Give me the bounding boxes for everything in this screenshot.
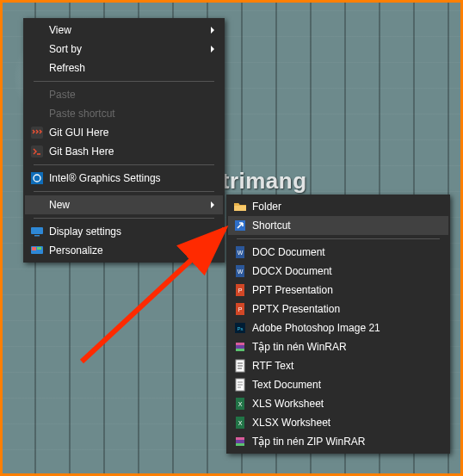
svg-rect-31 <box>236 443 244 446</box>
chevron-right-icon <box>209 43 216 55</box>
submenu-xls[interactable]: X XLS Worksheet <box>228 394 448 413</box>
separator <box>34 164 214 165</box>
personalize-icon <box>25 244 49 257</box>
submenu-rtf-label: RTF Text <box>252 360 429 372</box>
separator <box>34 81 214 82</box>
submenu-ppt[interactable]: P PPT Presentation <box>228 281 448 300</box>
menu-paste-shortcut: Paste shortcut <box>25 104 223 123</box>
submenu-txt[interactable]: Text Document <box>228 375 448 394</box>
separator <box>34 191 214 192</box>
submenu-rtf[interactable]: RTF Text <box>228 356 448 375</box>
winrar-icon <box>228 340 252 354</box>
menu-refresh-label: Refresh <box>49 62 204 74</box>
submenu-txt-label: Text Document <box>252 379 429 391</box>
svg-rect-21 <box>236 343 244 345</box>
svg-rect-8 <box>37 247 41 250</box>
svg-text:X: X <box>238 401 243 407</box>
svg-text:P: P <box>238 287 243 294</box>
chevron-right-icon <box>209 199 216 211</box>
svg-rect-22 <box>236 349 244 351</box>
submenu-rar[interactable]: Tập tin nén WinRAR <box>228 337 448 356</box>
svg-rect-2 <box>31 172 43 184</box>
submenu-folder-label: Folder <box>252 201 429 213</box>
submenu-docx-label: DOCX Document <box>252 265 429 277</box>
svg-text:P: P <box>238 306 243 312</box>
docx-icon: W <box>228 264 252 278</box>
submenu-doc[interactable]: W DOC Document <box>228 243 448 262</box>
intel-icon <box>25 171 49 185</box>
menu-paste-shortcut-label: Paste shortcut <box>49 108 204 120</box>
txt-icon <box>228 378 252 392</box>
menu-view-label: View <box>49 24 204 36</box>
submenu-docx[interactable]: W DOCX Document <box>228 262 448 281</box>
submenu-pptx-label: PPTX Presentation <box>252 303 429 315</box>
menu-new[interactable]: New <box>25 195 223 214</box>
submenu-folder[interactable]: Folder <box>228 197 448 216</box>
display-icon <box>25 225 49 238</box>
desktop-context-menu: View Sort by Refresh Paste Paste shortcu… <box>23 18 225 263</box>
svg-rect-5 <box>34 235 40 237</box>
submenu-ppt-label: PPT Presentation <box>252 284 429 296</box>
menu-display-settings[interactable]: Display settings <box>25 222 223 241</box>
menu-new-label: New <box>49 199 204 211</box>
svg-text:W: W <box>238 250 244 256</box>
menu-personalize-label: Personalize <box>49 244 204 257</box>
menu-paste: Paste <box>25 85 223 104</box>
chevron-right-icon <box>209 24 216 36</box>
submenu-xlsx[interactable]: X XLSX Worksheet <box>228 413 448 432</box>
svg-rect-1 <box>31 145 43 158</box>
svg-rect-4 <box>31 227 43 234</box>
menu-personalize[interactable]: Personalize <box>25 241 223 260</box>
submenu-zip[interactable]: Tập tin nén ZIP WinRAR <box>228 432 448 451</box>
svg-rect-7 <box>32 247 36 250</box>
folder-icon <box>228 200 252 213</box>
menu-git-gui[interactable]: Git GUI Here <box>25 123 223 142</box>
submenu-xlsx-label: XLSX Worksheet <box>252 417 429 429</box>
submenu-doc-label: DOC Document <box>252 246 429 258</box>
separator <box>34 218 214 219</box>
submenu-psd-label: Adobe Photoshop Image 21 <box>252 322 429 334</box>
menu-paste-label: Paste <box>49 89 204 101</box>
svg-rect-30 <box>236 437 244 440</box>
submenu-xls-label: XLS Worksheet <box>252 398 429 410</box>
menu-intel-graphics[interactable]: Intel® Graphics Settings <box>25 169 223 188</box>
submenu-zip-label: Tập tin nén ZIP WinRAR <box>252 436 429 448</box>
shortcut-icon <box>228 219 252 232</box>
svg-text:W: W <box>238 269 244 275</box>
zip-icon <box>228 435 252 448</box>
doc-icon: W <box>228 245 252 259</box>
xlsx-icon: X <box>228 416 252 430</box>
submenu-psd[interactable]: Ps Adobe Photoshop Image 21 <box>228 318 448 337</box>
new-submenu: Folder Shortcut W DOC Document W DOCX Do… <box>226 195 450 454</box>
menu-git-gui-label: Git GUI Here <box>49 127 204 139</box>
svg-text:Ps: Ps <box>237 326 243 331</box>
git-gui-icon <box>25 126 49 139</box>
xls-icon: X <box>228 397 252 411</box>
menu-view[interactable]: View <box>25 21 223 40</box>
git-bash-icon <box>25 145 49 158</box>
submenu-pptx[interactable]: P PPTX Presentation <box>228 300 448 318</box>
menu-intel-label: Intel® Graphics Settings <box>49 172 204 184</box>
menu-display-label: Display settings <box>49 226 204 238</box>
ppt-icon: P <box>228 283 252 297</box>
submenu-shortcut[interactable]: Shortcut <box>228 216 448 235</box>
menu-git-bash-label: Git Bash Here <box>49 145 204 158</box>
svg-text:X: X <box>238 420 243 426</box>
menu-refresh[interactable]: Refresh <box>25 59 223 77</box>
menu-sort-by[interactable]: Sort by <box>25 40 223 59</box>
submenu-shortcut-label: Shortcut <box>252 219 429 232</box>
separator <box>237 238 440 239</box>
menu-sort-label: Sort by <box>49 43 204 55</box>
pptx-icon: P <box>228 302 252 316</box>
menu-git-bash[interactable]: Git Bash Here <box>25 142 223 161</box>
rtf-icon <box>228 359 252 373</box>
submenu-rar-label: Tập tin nén WinRAR <box>252 341 429 353</box>
photoshop-icon: Ps <box>228 321 252 335</box>
